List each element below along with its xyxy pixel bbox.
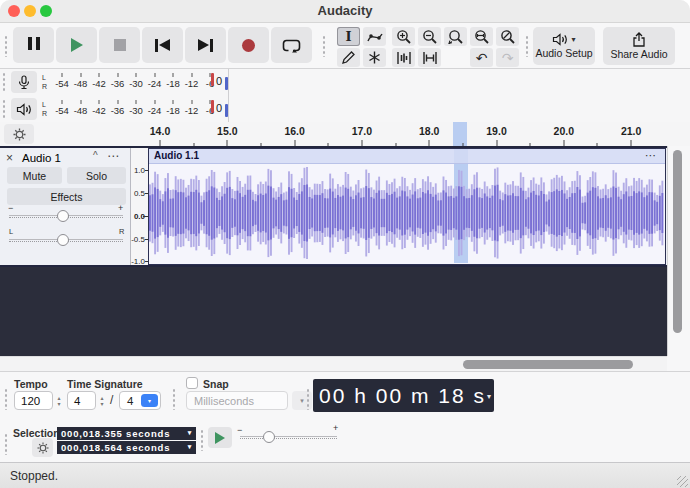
zoom-fit-project-button[interactable] bbox=[470, 27, 493, 46]
play-button[interactable] bbox=[56, 27, 97, 63]
draw-tool-button[interactable] bbox=[337, 48, 360, 67]
meter-scale-tick bbox=[154, 73, 155, 77]
share-audio-button[interactable]: Share Audio bbox=[603, 27, 675, 65]
vertical-scrollbar-thumb[interactable] bbox=[673, 150, 682, 333]
time-signature-lower-select[interactable]: 4 ▾ bbox=[119, 391, 161, 410]
loop-button[interactable] bbox=[271, 27, 312, 63]
recording-meter-grip[interactable] bbox=[2, 72, 7, 92]
meter-scale-label: -24 bbox=[148, 78, 162, 89]
selection-tool-button[interactable]: I bbox=[337, 27, 360, 46]
tempo-stepper[interactable]: ▴ ▾ bbox=[54, 391, 64, 410]
waveform[interactable] bbox=[149, 163, 664, 263]
pan-slider-thumb[interactable] bbox=[57, 234, 69, 246]
skip-to-end-button[interactable] bbox=[185, 27, 226, 63]
solo-button[interactable]: Solo bbox=[67, 167, 126, 184]
meter-scale-tick bbox=[136, 73, 137, 77]
tools-toolbar-grip[interactable] bbox=[322, 35, 327, 57]
time-signature-label: Time Signature bbox=[67, 378, 143, 390]
playback-meter-speaker-button[interactable] bbox=[11, 98, 37, 120]
mute-button[interactable]: Mute bbox=[7, 167, 62, 184]
time-signature-toolbar-grip[interactable] bbox=[4, 388, 9, 410]
track-close-button[interactable]: × bbox=[6, 151, 13, 165]
record-button[interactable] bbox=[228, 27, 269, 63]
play-at-speed-toolbar-grip[interactable] bbox=[200, 429, 205, 451]
redo-button[interactable]: ↷ bbox=[496, 48, 519, 67]
track-menu-button[interactable]: ⋯ bbox=[107, 149, 120, 163]
audio-position-display[interactable]: 00 h 00 m 18 s ▾ bbox=[313, 379, 494, 412]
caret-down-icon: ▾ bbox=[188, 429, 192, 437]
speed-slider-track[interactable] bbox=[240, 438, 337, 439]
horizontal-scrollbar[interactable] bbox=[0, 356, 667, 372]
meter-scale-label: -48 bbox=[74, 105, 88, 116]
clip-header[interactable]: Audio 1.1 ⋯ bbox=[149, 149, 665, 164]
select-caret-button[interactable]: ▾ bbox=[141, 394, 158, 407]
zoom-out-button[interactable] bbox=[418, 27, 441, 46]
meter-scale-tick bbox=[191, 73, 192, 77]
audio-setup-label: Audio Setup bbox=[535, 47, 592, 59]
status-bar: Stopped. bbox=[0, 462, 690, 488]
vertical-scale-ruler[interactable]: 1.00.50.0-0.5-1.0 bbox=[131, 148, 148, 265]
skip-to-start-icon bbox=[155, 39, 170, 52]
snapping-toolbar-grip[interactable] bbox=[172, 388, 177, 410]
ruler-tick-label: 19.0 bbox=[486, 125, 506, 137]
undo-button[interactable]: ↶ bbox=[470, 48, 493, 67]
time-signature-stepper[interactable]: ▴ ▾ bbox=[97, 391, 107, 410]
redo-icon: ↷ bbox=[502, 50, 514, 66]
envelope-tool-button[interactable] bbox=[363, 27, 386, 46]
selection-start-field[interactable]: 000,018.355 seconds ▾ bbox=[57, 427, 196, 440]
play-at-speed-button[interactable] bbox=[208, 427, 232, 448]
recording-meter-mic-button[interactable] bbox=[11, 71, 37, 93]
skip-to-start-button[interactable] bbox=[142, 27, 183, 63]
tempo-input[interactable]: 120 bbox=[14, 391, 53, 410]
time-signature-upper-input[interactable]: 4 bbox=[67, 391, 96, 410]
pause-button[interactable] bbox=[13, 27, 54, 63]
trim-audio-button[interactable] bbox=[392, 48, 415, 67]
meter-scale-tick bbox=[154, 100, 155, 104]
zoom-in-icon bbox=[396, 29, 412, 45]
multi-tool-button[interactable] bbox=[363, 48, 386, 67]
clip-menu-button[interactable]: ⋯ bbox=[645, 149, 657, 162]
gain-slider-thumb[interactable] bbox=[57, 210, 69, 222]
track-title[interactable]: Audio 1 bbox=[22, 152, 61, 164]
timeline-ruler[interactable]: 14.015.016.017.018.019.020.021.0 bbox=[0, 122, 690, 146]
transport-toolbar-grip[interactable] bbox=[4, 35, 9, 57]
vertical-scrollbar[interactable] bbox=[667, 146, 690, 356]
ruler-selection-region[interactable] bbox=[453, 122, 467, 146]
window-title: Audacity bbox=[0, 3, 690, 18]
silence-audio-button[interactable] bbox=[418, 48, 441, 67]
stop-button[interactable] bbox=[99, 27, 140, 63]
track-collapse-icon[interactable]: ^ bbox=[93, 150, 98, 161]
audio-setup-caret-icon: ▾ bbox=[571, 35, 575, 44]
clip-title[interactable]: Audio 1.1 bbox=[154, 150, 199, 161]
timeline-options-button[interactable] bbox=[4, 124, 34, 144]
loop-icon bbox=[282, 37, 301, 54]
tempo-label: Tempo bbox=[14, 378, 48, 390]
time-toolbar-grip[interactable] bbox=[306, 388, 311, 410]
speed-slider-thumb[interactable] bbox=[263, 431, 275, 443]
audio-position-value: 00 h 00 m 18 s bbox=[313, 384, 486, 408]
speed-min-label: − bbox=[237, 425, 242, 435]
recording-meter-panel[interactable]: L R -54-48-42-36-30-24-18-12-6 0 bbox=[0, 69, 229, 96]
selection-options-button[interactable] bbox=[32, 438, 53, 457]
snap-mode-select[interactable]: Milliseconds bbox=[186, 391, 288, 410]
zoom-toggle-button[interactable] bbox=[496, 27, 519, 46]
window-resize-grip[interactable] bbox=[677, 476, 688, 487]
zoom-selection-button[interactable] bbox=[444, 27, 467, 46]
audio-setup-button[interactable]: ▾ Audio Setup bbox=[533, 27, 595, 65]
selection-toolbar-row: Selection 000,018.355 seconds ▾ 000,018.… bbox=[0, 425, 690, 462]
playback-meter-grip[interactable] bbox=[2, 99, 7, 119]
audio-clip[interactable]: Audio 1.1 ⋯ bbox=[148, 148, 666, 265]
effects-button[interactable]: Effects bbox=[7, 188, 126, 205]
selection-end-field[interactable]: 000,018.564 seconds ▾ bbox=[57, 441, 196, 454]
time-format-caret-icon: ▾ bbox=[487, 392, 491, 401]
ruler-ticks[interactable]: 14.015.016.017.018.019.020.021.0 bbox=[148, 122, 666, 146]
trim-icon bbox=[396, 51, 412, 65]
audio-setup-toolbar-grip[interactable] bbox=[525, 35, 530, 57]
playback-meter-panel[interactable]: L R -54-48-42-36-30-24-18-12-6 0 bbox=[0, 96, 229, 123]
snap-checkbox[interactable] bbox=[186, 377, 198, 389]
selection-toolbar-grip[interactable] bbox=[4, 433, 9, 455]
track-control-panel[interactable]: × Audio 1 ^ ⋯ Mute Solo Effects − + L R bbox=[0, 148, 131, 265]
zoom-in-button[interactable] bbox=[392, 27, 415, 46]
ruler-tick-label: 14.0 bbox=[150, 125, 170, 137]
horizontal-scrollbar-thumb[interactable] bbox=[463, 360, 633, 369]
